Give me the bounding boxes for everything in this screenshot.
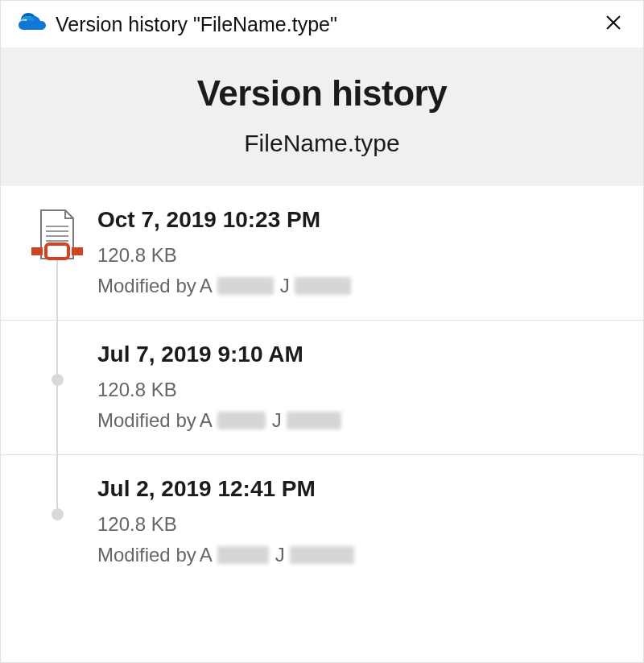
version-row[interactable]: Oct 7, 2019 10:23 PM 120.8 KB Modified b… <box>1 186 643 320</box>
header-block: Version history FileName.type <box>1 48 643 186</box>
modifier-first-initial: A <box>200 409 213 432</box>
redacted-text <box>217 412 266 429</box>
modifier-first-initial: A <box>200 275 213 297</box>
redacted-text <box>287 412 341 429</box>
modified-by-prefix: Modified by <box>97 275 196 297</box>
dialog-filename: FileName.type <box>17 130 627 157</box>
version-list: Oct 7, 2019 10:23 PM 120.8 KB Modified b… <box>1 186 643 589</box>
dialog-heading: Version history <box>17 73 627 114</box>
version-timestamp: Oct 7, 2019 10:23 PM <box>97 207 627 233</box>
version-size: 120.8 KB <box>97 244 627 267</box>
onedrive-cloud-icon <box>19 13 46 35</box>
version-row[interactable]: Jul 7, 2019 9:10 AM 120.8 KB Modified by… <box>1 320 643 454</box>
svg-rect-4 <box>31 247 43 255</box>
version-row[interactable]: Jul 2, 2019 12:41 PM 120.8 KB Modified b… <box>1 454 643 589</box>
modifier-last-initial: J <box>275 544 285 566</box>
current-version-file-icon <box>30 207 85 271</box>
version-history-dialog: Version history "FileName.type" Version … <box>0 0 644 663</box>
modified-by-prefix: Modified by <box>97 544 196 566</box>
timeline-dot-icon <box>52 508 64 520</box>
titlebar: Version history "FileName.type" <box>1 1 643 48</box>
timeline-marker <box>17 342 97 432</box>
version-modified-by: Modified by A J <box>97 544 627 566</box>
version-timestamp: Jul 2, 2019 12:41 PM <box>97 476 627 502</box>
version-modified-by: Modified by A J <box>97 275 627 297</box>
close-icon <box>605 14 622 35</box>
modifier-last-initial: J <box>280 275 290 297</box>
version-size: 120.8 KB <box>97 379 627 401</box>
svg-rect-5 <box>72 247 83 255</box>
version-modified-by: Modified by A J <box>97 409 627 432</box>
version-details: Jul 2, 2019 12:41 PM 120.8 KB Modified b… <box>97 476 627 566</box>
redacted-text <box>217 546 269 564</box>
close-button[interactable] <box>598 9 629 39</box>
timeline-marker <box>17 476 97 566</box>
timeline-marker <box>17 207 97 297</box>
redacted-text <box>295 277 351 295</box>
version-timestamp: Jul 7, 2019 9:10 AM <box>97 342 627 367</box>
modifier-first-initial: A <box>200 544 213 566</box>
titlebar-text: Version history "FileName.type" <box>56 13 588 36</box>
version-size: 120.8 KB <box>97 513 627 536</box>
timeline-dot-icon <box>52 374 64 386</box>
redacted-text <box>290 546 354 564</box>
version-details: Jul 7, 2019 9:10 AM 120.8 KB Modified by… <box>97 342 627 432</box>
redacted-text <box>217 277 274 295</box>
modified-by-prefix: Modified by <box>97 409 196 432</box>
modifier-last-initial: J <box>272 409 282 432</box>
version-details: Oct 7, 2019 10:23 PM 120.8 KB Modified b… <box>97 207 627 297</box>
svg-rect-6 <box>46 244 68 259</box>
